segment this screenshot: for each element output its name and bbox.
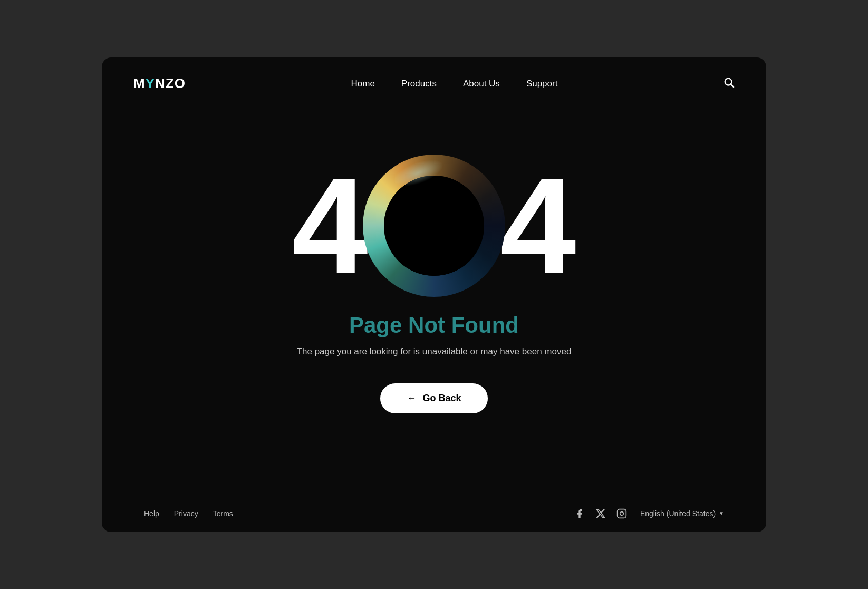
go-back-button[interactable]: ← Go Back bbox=[380, 383, 487, 413]
social-icons bbox=[574, 508, 628, 519]
back-arrow-icon: ← bbox=[407, 393, 416, 404]
instagram-icon[interactable] bbox=[616, 508, 628, 519]
nav-item-home[interactable]: Home bbox=[351, 79, 374, 89]
ring-highlight bbox=[390, 154, 447, 192]
nav-link-about[interactable]: About Us bbox=[463, 79, 500, 89]
footer-links: Help Privacy Terms bbox=[144, 509, 233, 518]
nav-links: Home Products About Us Support bbox=[351, 79, 557, 89]
logo-accent: Y bbox=[146, 75, 155, 91]
ring-inner bbox=[384, 176, 484, 276]
error-404-display: 4 4 bbox=[292, 155, 576, 297]
logo[interactable]: MYNZO bbox=[133, 75, 186, 92]
nav-item-about[interactable]: About Us bbox=[463, 79, 500, 89]
x-twitter-icon[interactable] bbox=[595, 508, 606, 519]
ring-visual bbox=[363, 155, 505, 297]
nav-item-products[interactable]: Products bbox=[401, 79, 437, 89]
language-selector[interactable]: English (United States) ▼ bbox=[640, 509, 724, 518]
error-subtitle: The page you are looking for is unavaila… bbox=[297, 346, 572, 357]
footer-right: English (United States) ▼ bbox=[574, 508, 724, 519]
nav-link-home[interactable]: Home bbox=[351, 79, 374, 89]
svg-rect-2 bbox=[618, 509, 626, 518]
chevron-down-icon: ▼ bbox=[719, 510, 724, 516]
search-icon[interactable] bbox=[723, 76, 735, 91]
go-back-label: Go Back bbox=[422, 393, 461, 404]
footer: Help Privacy Terms bbox=[102, 495, 766, 532]
footer-link-help[interactable]: Help bbox=[144, 509, 159, 518]
error-title: Page Not Found bbox=[349, 313, 519, 338]
nav-link-products[interactable]: Products bbox=[401, 79, 437, 89]
ring-shape bbox=[363, 155, 505, 297]
nav-link-support[interactable]: Support bbox=[526, 79, 558, 89]
footer-link-terms[interactable]: Terms bbox=[213, 509, 233, 518]
svg-line-1 bbox=[731, 84, 734, 87]
nav-item-support[interactable]: Support bbox=[526, 79, 558, 89]
footer-link-privacy[interactable]: Privacy bbox=[174, 509, 198, 518]
language-label: English (United States) bbox=[640, 509, 716, 518]
facebook-icon[interactable] bbox=[574, 508, 585, 519]
digit-left: 4 bbox=[292, 157, 368, 294]
digit-right: 4 bbox=[500, 157, 576, 294]
browser-window: MYNZO Home Products About Us Support bbox=[102, 57, 766, 532]
main-content: 4 4 Page Not Found The page you are look… bbox=[102, 57, 766, 532]
navbar: MYNZO Home Products About Us Support bbox=[102, 57, 766, 110]
